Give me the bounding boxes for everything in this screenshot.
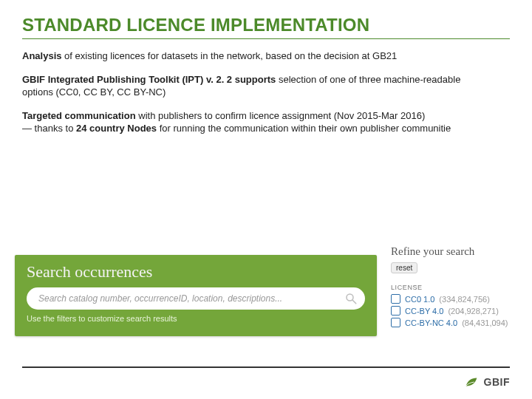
checkbox-icon (391, 294, 400, 304)
refine-title: Refine your search (391, 245, 528, 258)
footer-divider (22, 366, 510, 368)
gbif-logo-text: GBIF (484, 376, 510, 388)
refine-section-license: LICENSE (391, 284, 528, 291)
license-option-ccbync[interactable]: CC-BY-NC 4.0 (84,431,094) (391, 318, 528, 327)
para-comm-strong1: Targeted communication (22, 110, 136, 121)
gbif-logo: GBIF (463, 374, 510, 390)
para-comm-break: — thanks to (22, 123, 76, 134)
search-panel-title: Search occurrences (27, 262, 377, 282)
license-count: (334,824,756) (439, 295, 490, 304)
para-analysis-rest: of existing licences for datasets in the… (61, 50, 397, 61)
para-ipt-strong: GBIF Integrated Publishing Toolkit (IPT)… (22, 74, 276, 85)
search-occurrences-panel: Search occurrences Use the filters to cu… (15, 255, 377, 336)
para-analysis-strong: Analysis (22, 50, 61, 61)
checkbox-icon (391, 318, 400, 327)
license-name: CC-BY 4.0 (405, 307, 443, 316)
search-input-wrap[interactable] (27, 287, 365, 310)
reset-button[interactable]: reset (391, 262, 417, 273)
para-analysis: Analysis of existing licences for datase… (22, 50, 466, 63)
leaf-icon (463, 374, 480, 390)
search-icon (344, 292, 358, 305)
para-communication: Targeted communication with publishers t… (22, 109, 466, 135)
svg-point-0 (347, 294, 353, 301)
license-name: CC0 1.0 (405, 295, 434, 304)
para-comm-strong2: 24 country Nodes (76, 123, 157, 134)
license-option-ccby[interactable]: CC-BY 4.0 (204,928,271) (391, 306, 528, 316)
license-count: (84,431,094) (462, 318, 508, 327)
license-name: CC-BY-NC 4.0 (405, 318, 457, 327)
para-comm-mid: with publishers to confirm licence assig… (136, 110, 426, 121)
checkbox-icon (391, 306, 400, 316)
license-count: (204,928,271) (448, 307, 499, 316)
page-title: STANDARD LICENCE IMPLEMENTATION (22, 15, 510, 39)
svg-line-1 (352, 300, 356, 304)
para-ipt: GBIF Integrated Publishing Toolkit (IPT)… (22, 73, 466, 99)
license-option-cc0[interactable]: CC0 1.0 (334,824,756) (391, 294, 528, 304)
search-input[interactable] (37, 293, 338, 304)
para-comm-tail: for running the communication within the… (157, 123, 451, 134)
refine-panel: Refine your search reset LICENSE CC0 1.0… (391, 245, 528, 330)
search-hint: Use the filters to customize search resu… (27, 314, 365, 323)
